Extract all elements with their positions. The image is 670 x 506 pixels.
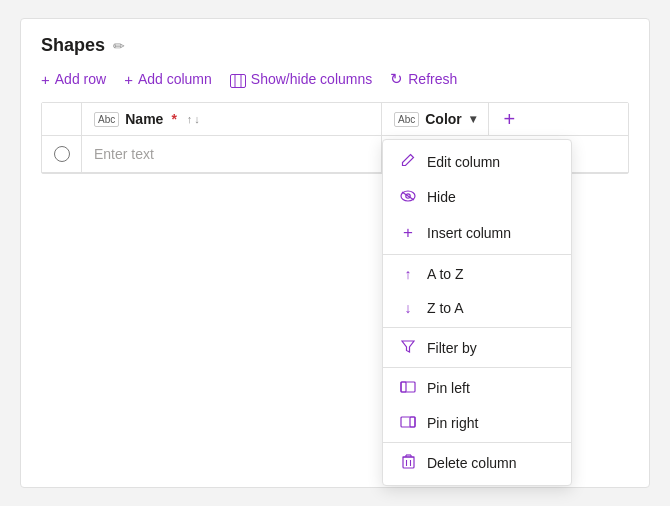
a-to-z-icon: ↑	[399, 266, 417, 282]
row-radio[interactable]	[54, 146, 70, 162]
toolbar: + Add row + Add column Show/hide columns…	[41, 70, 629, 88]
delete-column-icon	[399, 454, 417, 472]
add-column-icon: +	[124, 71, 133, 88]
add-row-button[interactable]: + Add row	[41, 71, 106, 88]
pin-left-icon	[399, 379, 417, 396]
add-column-button-table[interactable]: +	[488, 103, 530, 135]
svg-rect-10	[403, 457, 414, 468]
dropdown-item-delete-column[interactable]: Delete column	[383, 445, 571, 481]
dropdown-item-a-to-z[interactable]: ↑ A to Z	[383, 257, 571, 291]
svg-rect-7	[401, 382, 406, 392]
add-row-icon: +	[41, 71, 50, 88]
color-column-chevron[interactable]: ▾	[470, 112, 476, 126]
td-name-input: Enter text	[82, 136, 382, 172]
table-header: Abc Name * ↑ ↓ Abc Color ▾	[42, 103, 628, 136]
pin-right-icon	[399, 414, 417, 431]
sort-icons: ↑ ↓	[187, 113, 200, 125]
z-to-a-icon: ↓	[399, 300, 417, 316]
svg-rect-9	[410, 417, 415, 427]
divider-2	[383, 327, 571, 328]
insert-column-icon: +	[399, 223, 417, 243]
svg-rect-6	[401, 382, 415, 392]
hide-icon	[399, 188, 417, 205]
sort-asc-icon[interactable]: ↑	[187, 113, 193, 125]
color-type-badge: Abc	[394, 112, 419, 127]
card-title: Shapes	[41, 35, 105, 56]
th-color: Abc Color ▾	[382, 103, 488, 135]
dropdown-item-insert-column[interactable]: + Insert column	[383, 214, 571, 252]
th-name: Abc Name * ↑ ↓	[82, 103, 382, 135]
dropdown-item-pin-right[interactable]: Pin right	[383, 405, 571, 440]
divider-1	[383, 254, 571, 255]
show-hide-icon	[230, 70, 246, 87]
filter-by-icon	[399, 339, 417, 356]
dropdown-item-pin-left[interactable]: Pin left	[383, 370, 571, 405]
th-checkbox	[42, 103, 82, 135]
add-column-button[interactable]: + Add column	[124, 71, 212, 88]
data-table: Abc Name * ↑ ↓ Abc Color ▾	[41, 102, 629, 174]
name-placeholder: Enter text	[94, 146, 154, 162]
td-checkbox[interactable]	[42, 136, 82, 172]
svg-rect-0	[230, 74, 245, 87]
required-marker: *	[171, 111, 176, 127]
card-header: Shapes ✏	[41, 35, 629, 56]
name-type-badge: Abc	[94, 112, 119, 127]
sort-desc-icon[interactable]: ↓	[194, 113, 200, 125]
edit-column-icon	[399, 153, 417, 170]
svg-rect-8	[401, 417, 415, 427]
divider-4	[383, 442, 571, 443]
refresh-button[interactable]: ↻ Refresh	[390, 70, 457, 88]
dropdown-item-edit-column[interactable]: Edit column	[383, 144, 571, 179]
add-column-plus-icon: +	[503, 109, 515, 129]
column-dropdown-menu: Edit column Hide +	[382, 139, 572, 486]
divider-3	[383, 367, 571, 368]
svg-line-5	[402, 192, 414, 200]
main-card: Shapes ✏ + Add row + Add column Show/hid…	[20, 18, 650, 488]
th-color-wrap: Abc Color ▾ Edit column	[382, 103, 488, 135]
dropdown-item-hide[interactable]: Hide	[383, 179, 571, 214]
dropdown-item-filter-by[interactable]: Filter by	[383, 330, 571, 365]
edit-title-icon[interactable]: ✏	[113, 38, 125, 54]
dropdown-item-z-to-a[interactable]: ↓ Z to A	[383, 291, 571, 325]
show-hide-columns-button[interactable]: Show/hide columns	[230, 70, 372, 87]
refresh-icon: ↻	[390, 70, 403, 88]
